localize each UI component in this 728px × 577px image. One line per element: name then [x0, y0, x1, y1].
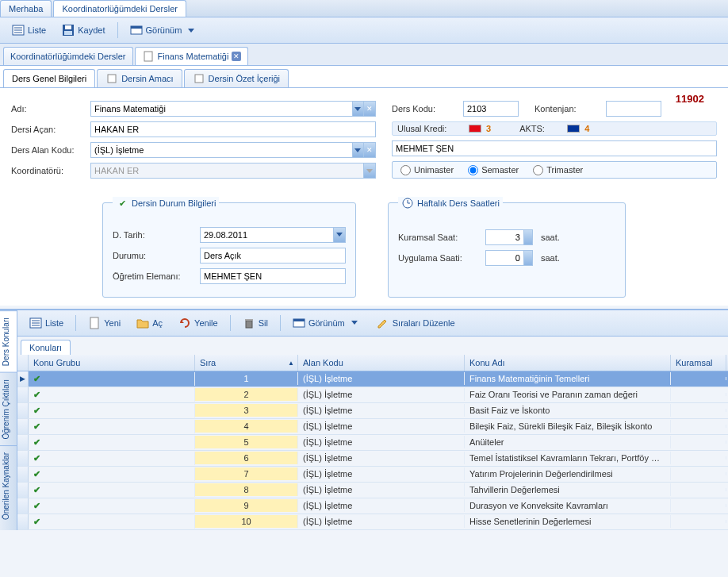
kuramsal-input[interactable]: [486, 233, 523, 242]
svg-rect-20: [246, 321, 252, 328]
clear-icon[interactable]: ✕: [363, 143, 375, 157]
tab-konulari[interactable]: Konuları: [21, 340, 71, 355]
refresh-icon: [178, 317, 191, 329]
dtarih-input[interactable]: [201, 230, 333, 240]
row-indicator: [17, 451, 29, 466]
tab-ders-genel-bilgileri[interactable]: Ders Genel Bilgileri: [3, 69, 95, 87]
radio-semaster[interactable]: Semaster: [468, 165, 519, 175]
tab-merhaba[interactable]: Merhaba: [0, 0, 52, 17]
koordinatoru-input: [91, 166, 363, 175]
dersi-acan-input[interactable]: [91, 125, 375, 134]
side-tab-ders-konulari[interactable]: Ders Konuları: [0, 310, 17, 372]
cell-sira: 2: [195, 388, 298, 401]
liste-button[interactable]: Liste: [5, 21, 53, 40]
col-sira[interactable]: Sıra▲: [195, 355, 298, 371]
clear-icon[interactable]: ✕: [363, 102, 375, 116]
kuramsal-field[interactable]: [485, 229, 533, 245]
table-row[interactable]: ✔10(İŞL) İşletmeHisse Senetlerinin Değer…: [17, 514, 728, 530]
calendar-icon[interactable]: [333, 228, 345, 242]
ac-button[interactable]: Aç: [129, 314, 170, 333]
cell-sira: 9: [195, 499, 298, 512]
col-kuramsal[interactable]: Kuramsal: [671, 355, 726, 371]
table-row[interactable]: ▶✔1(İŞL) İşletmeFinans Matematiğinin Tem…: [17, 371, 728, 387]
col-konu-adi[interactable]: Konu Adı: [465, 355, 671, 371]
gorunum-button[interactable]: Görünüm: [285, 314, 368, 333]
kontenjan-field[interactable]: [606, 101, 661, 117]
dersi-acan-field[interactable]: [90, 121, 376, 137]
radio-trimaster[interactable]: Trimaster: [533, 165, 583, 175]
svg-rect-6: [64, 31, 72, 35]
ders-alan-kodu-input[interactable]: [91, 145, 352, 155]
radio-unimaster[interactable]: Unimaster: [400, 165, 454, 175]
check-icon: ✔: [33, 437, 40, 447]
table-row[interactable]: ✔5(İŞL) İşletmeAnüiteler: [17, 435, 728, 451]
check-icon: ✔: [33, 501, 40, 510]
ders-kodu-input[interactable]: [464, 104, 518, 113]
adi-input[interactable]: [91, 104, 352, 113]
tab-dersin-amaci[interactable]: Dersin Amacı: [97, 69, 182, 87]
spinner-icon[interactable]: [523, 251, 532, 265]
kontenjan-label: Kontenjan:: [535, 104, 606, 113]
kontenjan-input[interactable]: [607, 104, 661, 113]
clock-icon: [401, 197, 414, 210]
delete-icon: [243, 317, 255, 329]
side-tab-ogrenim-ciktilari[interactable]: Öğrenim Çıktıları: [0, 372, 17, 446]
cell-sira: 5: [195, 436, 298, 448]
danisman-input[interactable]: [393, 144, 716, 153]
cell-kuramsal: [671, 377, 726, 380]
danisman-field[interactable]: [392, 140, 717, 156]
ders-alan-kodu-field[interactable]: ✕: [90, 142, 376, 158]
table-row[interactable]: ✔2(İŞL) İşletmeFaiz Oranı Teorisi ve Par…: [17, 387, 728, 403]
side-tab-onerilen-kaynaklar[interactable]: Önerilen Kaynaklar: [0, 445, 17, 526]
cell-alan-kodu: (İŞL) İşletme: [298, 388, 465, 401]
yenile-button[interactable]: Yenile: [171, 314, 225, 333]
spinner-icon[interactable]: [523, 230, 532, 244]
dropdown-icon[interactable]: [352, 102, 364, 116]
kaydet-button[interactable]: Kaydet: [55, 21, 112, 40]
close-icon[interactable]: ✕: [232, 52, 241, 61]
document-icon: [193, 72, 205, 85]
col-konu-grubu[interactable]: Konu Grubu: [29, 355, 195, 371]
gorunum-button[interactable]: Görünüm: [123, 21, 205, 40]
durumu-field[interactable]: [200, 248, 346, 263]
dersin-durum-title: ✔ Dersin Durum Bilgileri: [113, 197, 219, 210]
koordinatoru-field: [90, 163, 376, 179]
ogretim-field[interactable]: [200, 268, 346, 284]
table-row[interactable]: ✔4(İŞL) İşletmeBileşik Faiz, Sürekli Bil…: [17, 419, 728, 435]
tab-koordinator-dersler[interactable]: Koordinatorlüğümdeki Dersler: [53, 0, 186, 17]
cell-konu-grubu: ✔: [29, 388, 195, 402]
subtab-koordinator-dersler[interactable]: Koordinatörlüğümdeki Dersler: [3, 47, 133, 65]
table-row[interactable]: ✔3(İŞL) İşletmeBasit Faiz ve İskonto: [17, 403, 728, 419]
row-indicator: [17, 387, 29, 402]
cell-alan-kodu: (İŞL) İşletme: [298, 515, 465, 528]
cell-sira: 8: [195, 483, 298, 496]
cell-kuramsal: [671, 504, 726, 507]
cell-konu-adi: Hisse Senetlerinin Değerlemesi: [465, 515, 671, 528]
toolbar-separator: [117, 22, 118, 38]
table-row[interactable]: ✔9(İŞL) İşletmeDurasyon ve Konveksite Ka…: [17, 498, 728, 514]
table-row[interactable]: ✔8(İŞL) İşletmeTahvillerin Değerlemesi: [17, 483, 728, 498]
haftalik-title: Haftalık Ders Saatleri: [398, 197, 503, 210]
dropdown-icon[interactable]: [352, 143, 364, 157]
uygulama-input[interactable]: [486, 253, 523, 263]
table-row[interactable]: ✔7(İŞL) İşletmeYatırım Projelerinin Değe…: [17, 467, 728, 483]
siralari-duzenle-button[interactable]: Sıraları Düzenle: [370, 314, 462, 333]
form-panel: 11902 Adı: ✕ Dersi Açan: Ders Alan Kodu:: [0, 88, 728, 306]
subtab-finans-matematigi[interactable]: Finans Matematiği ✕: [135, 47, 249, 65]
ogretim-input[interactable]: [201, 271, 345, 281]
durumu-input[interactable]: [201, 251, 345, 260]
cell-alan-kodu: (İŞL) İşletme: [298, 467, 465, 480]
detail-tabs: Ders Genel Bilgileri Dersin Amacı Dersin…: [0, 66, 728, 88]
uygulama-field[interactable]: [485, 250, 533, 266]
tab-dersin-ozet-icerigi[interactable]: Dersin Özet İçeriği: [184, 69, 289, 87]
cell-konu-grubu: ✔: [29, 499, 195, 513]
ders-kodu-field[interactable]: [463, 101, 519, 117]
liste-button[interactable]: Liste: [22, 314, 71, 333]
adi-field[interactable]: ✕: [90, 101, 376, 117]
col-alan-kodu[interactable]: Alan Kodu: [298, 355, 465, 371]
yeni-button[interactable]: Yeni: [81, 314, 128, 333]
check-icon: ✔: [33, 374, 40, 383]
sil-button[interactable]: Sil: [236, 314, 275, 333]
table-row[interactable]: ✔6(İŞL) İşletmeTemel İstatistiksel Kavra…: [17, 451, 728, 467]
dtarih-field[interactable]: [200, 227, 346, 243]
